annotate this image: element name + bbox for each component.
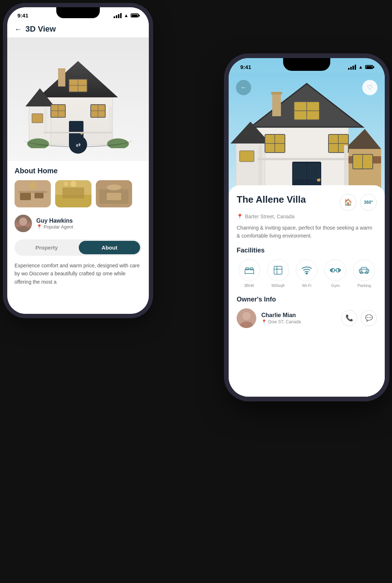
wifi-icon-back: ▲ [124,13,128,18]
front-content: The Allene Villa 🏠 360° 📍 Barter Street,… [229,185,385,397]
chat-icon: 💬 [365,314,373,322]
agent-avatar [15,215,32,232]
back-header: ← 3D View [7,21,149,37]
location-text: Barter Street, Canada [245,214,294,219]
owner-title: Owner's Info [237,296,377,303]
property-location: 📍 Barter Street, Canada [237,214,377,219]
phone-icon: 📞 [346,314,353,322]
svg-rect-65 [240,151,254,162]
facility-gym: Gym [323,259,348,288]
facility-gym-icon [324,259,346,281]
facility-3bhk: 3BHK [237,259,262,288]
facility-sqft-icon [267,259,289,281]
tab-property[interactable]: Property [16,241,77,254]
back-phone: 9:41 ▲ ← 3D View [7,7,149,314]
svg-rect-29 [62,187,84,198]
owner-location: 📍 Dow ST, Canada [261,319,336,324]
owner-name: Charlie Mian [261,312,336,319]
facility-3bhk-icon [238,259,260,281]
svg-rect-21 [32,114,43,123]
svg-rect-14 [109,106,112,134]
facility-wifi-icon [296,259,318,281]
thumb-1-img [15,180,51,207]
svg-point-30 [70,181,76,187]
status-icons-front: ▲ [348,64,373,70]
house-area-back: ⇄ [7,37,149,161]
agent-name: Guy Hawkins [36,218,73,224]
owner-actions: 📞 💬 [341,310,377,326]
message-button[interactable]: 💬 [361,310,377,326]
thumbnail-1[interactable] [15,180,51,207]
rotate-icon: ⇄ [76,141,81,148]
back-arrow-icon[interactable]: ← [15,25,22,33]
facility-sqft: 900sqft [265,259,290,288]
agent-role: 📍 Popular Agent [36,224,73,230]
facility-parking: Parking [352,259,377,288]
gym-svg [330,267,341,274]
car-svg [359,267,369,274]
owner-avatar [237,308,256,328]
favorite-button[interactable]: ♡ [362,80,377,95]
call-button[interactable]: 📞 [341,310,357,326]
facilities-row: 3BHK 900sqft [237,259,377,288]
facility-wifi-label: Wi-Fi [302,283,311,288]
facility-parking-icon [353,259,375,281]
back-arrow-front-icon: ← [240,84,247,92]
time-back: 9:41 [17,12,28,19]
svg-rect-25 [34,193,44,198]
svg-point-78 [306,273,307,274]
front-phone: 9:41 ▲ ← ♡ [229,58,385,397]
thumbnails-row [15,180,142,207]
agent-details: Guy Hawkins 📍 Popular Agent [36,218,73,230]
thumb-3-img [96,180,132,207]
360-icon: 360° [364,200,373,205]
svg-point-92 [242,312,250,320]
svg-rect-90 [366,270,368,271]
status-icons-back: ▲ [114,13,139,18]
location-pin-icon: 📍 [36,224,42,230]
about-home-section: About Home [7,161,149,292]
owner-location-text: Dow ST, Canada [268,319,301,324]
thumbnail-3[interactable] [96,180,132,207]
facility-3bhk-label: 3BHK [244,283,254,288]
svg-rect-34 [107,193,121,200]
heart-icon: ♡ [367,84,373,92]
3d-icon: 🏠 [344,198,352,206]
svg-rect-24 [20,193,31,200]
about-text: Experience comfort and warm price, desig… [15,262,142,286]
svg-rect-4 [58,68,65,86]
back-button[interactable]: ← [236,80,251,95]
facility-gym-label: Gym [331,283,340,288]
property-name: The Allene Villa [237,194,306,205]
rotate-control[interactable]: ⇄ [69,135,87,154]
signal-icon-back [114,13,122,18]
svg-rect-50 [308,164,319,179]
property-action-buttons: 🏠 360° [340,194,377,211]
battery-icon-back [131,13,139,17]
battery-icon-front [365,65,373,69]
property-description: Charming & inviting space, perfect for t… [237,224,377,240]
svg-rect-72 [250,268,253,270]
house-illustration-front [229,73,385,196]
about-home-title: About Home [15,167,142,175]
facility-parking-label: Parking [358,283,371,288]
svg-point-26 [29,182,36,189]
house-area-front: ← ♡ [229,58,385,196]
svg-rect-13 [44,106,47,134]
wifi-svg [302,266,312,274]
svg-rect-75 [274,266,282,274]
svg-rect-23 [18,191,47,193]
notch-front [283,58,330,71]
thumbnail-2[interactable] [55,180,91,207]
svg-point-31 [64,182,68,186]
tab-about[interactable]: About [79,241,140,254]
svg-rect-62 [258,158,348,160]
location-pin-front-icon: 📍 [237,214,243,219]
time-front: 9:41 [240,64,251,70]
owner-pin-icon: 📍 [261,319,267,324]
3d-view-button[interactable]: 🏠 [340,194,356,211]
sqft-svg [273,266,283,275]
svg-rect-40 [272,93,281,116]
svg-point-35 [107,185,121,190]
360-view-button[interactable]: 360° [360,194,377,211]
